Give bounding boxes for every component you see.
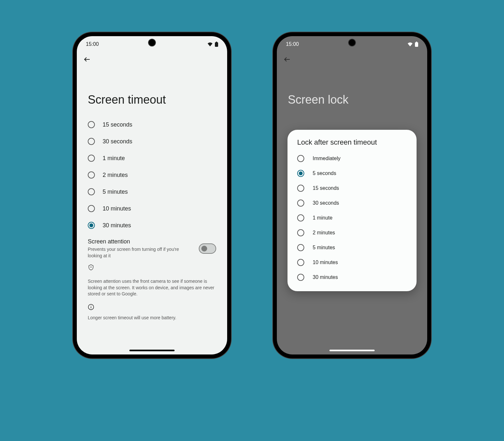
arrow-left-icon (283, 56, 291, 63)
lock-option[interactable]: 15 seconds (287, 181, 417, 196)
camera-cutout (148, 39, 156, 46)
lock-option[interactable]: 5 seconds (287, 166, 417, 181)
phone-right: 15:00 Screen lock Lock after screen time… (273, 32, 431, 358)
option-label: 30 seconds (103, 138, 132, 145)
info-icon-row (77, 302, 227, 313)
timeout-options: 15 seconds 30 seconds 1 minute 2 minutes… (77, 116, 227, 234)
gesture-bar (129, 350, 175, 351)
attention-toggle[interactable] (199, 243, 216, 254)
svg-rect-7 (416, 42, 417, 43)
page-title: Screen lock (277, 70, 427, 116)
footer-text: Longer screen timeout will use more batt… (77, 313, 227, 326)
option-label: 15 seconds (313, 185, 339, 191)
option-label: 15 seconds (103, 121, 132, 128)
back-row (77, 50, 227, 70)
option-label: 1 minute (313, 215, 332, 221)
radio-icon (297, 259, 304, 266)
back-button[interactable] (283, 56, 291, 63)
privacy-text: Screen attention uses the front camera t… (77, 274, 227, 302)
radio-icon (88, 155, 95, 162)
radio-icon (88, 138, 95, 145)
option-label: 30 seconds (313, 200, 339, 206)
radio-icon (88, 171, 95, 179)
option-label: Immediately (313, 156, 340, 161)
timeout-option[interactable]: 30 minutes (83, 217, 221, 234)
screen-timeout-screen: 15:00 Screen timeout 15 seconds 30 secon… (77, 36, 227, 354)
option-label: 30 minutes (313, 274, 338, 280)
radio-icon (88, 222, 95, 229)
phone-left: 15:00 Screen timeout 15 seconds 30 secon… (73, 32, 231, 358)
screen-attention-row[interactable]: Screen attention Prevents your screen fr… (77, 234, 227, 262)
gesture-bar (329, 350, 375, 351)
privacy-icon-row (77, 262, 227, 274)
shield-icon (88, 264, 94, 271)
timeout-option[interactable]: 10 minutes (83, 200, 221, 217)
timeout-option[interactable]: 30 seconds (83, 133, 221, 150)
lock-option[interactable]: 30 minutes (287, 270, 417, 285)
radio-icon (88, 205, 95, 212)
option-label: 30 minutes (103, 222, 131, 229)
page-title: Screen timeout (77, 70, 227, 116)
radio-icon (297, 155, 304, 162)
radio-icon (297, 229, 304, 236)
svg-point-4 (91, 306, 91, 306)
wifi-icon (207, 42, 213, 46)
radio-icon (88, 121, 95, 128)
radio-icon (297, 200, 304, 207)
back-button[interactable] (83, 56, 91, 63)
lock-option[interactable]: 5 minutes (287, 240, 417, 255)
timeout-option[interactable]: 2 minutes (83, 167, 221, 183)
svg-rect-1 (216, 42, 217, 43)
radio-icon (297, 170, 304, 177)
lock-option[interactable]: 2 minutes (287, 225, 417, 240)
option-label: 5 seconds (313, 170, 336, 176)
timeout-option[interactable]: 15 seconds (83, 116, 221, 133)
attention-subtitle: Prevents your screen from turning off if… (88, 246, 191, 259)
option-label: 5 minutes (103, 189, 128, 195)
screen-lock-screen: 15:00 Screen lock Lock after screen time… (277, 36, 427, 354)
radio-icon (297, 214, 304, 221)
option-label: 5 minutes (313, 245, 335, 251)
svg-rect-5 (91, 307, 91, 308)
camera-cutout (348, 39, 356, 46)
svg-rect-0 (215, 42, 218, 47)
lock-option[interactable]: 10 minutes (287, 255, 417, 270)
lock-option[interactable]: Immediately (287, 151, 417, 166)
option-label: 10 minutes (313, 260, 338, 265)
status-time: 15:00 (86, 41, 99, 47)
lock-option[interactable]: 30 seconds (287, 196, 417, 210)
lock-option[interactable]: 1 minute (287, 210, 417, 225)
svg-point-2 (90, 267, 91, 268)
timeout-option[interactable]: 1 minute (83, 150, 221, 167)
battery-icon (215, 42, 218, 47)
battery-icon (415, 42, 418, 47)
info-icon (88, 304, 94, 310)
timeout-option[interactable]: 5 minutes (83, 183, 221, 200)
status-time: 15:00 (286, 41, 299, 47)
arrow-left-icon (83, 56, 91, 63)
radio-icon (297, 274, 304, 281)
lock-timeout-dialog: Lock after screen timeout Immediately 5 … (287, 130, 417, 291)
svg-rect-6 (415, 42, 418, 47)
option-label: 10 minutes (103, 205, 131, 212)
wifi-icon (407, 42, 413, 46)
radio-icon (297, 185, 304, 192)
option-label: 2 minutes (103, 172, 128, 179)
radio-icon (88, 188, 95, 195)
radio-icon (297, 244, 304, 251)
status-icons (207, 42, 218, 47)
option-label: 1 minute (103, 155, 125, 162)
status-icons (407, 42, 418, 47)
option-label: 2 minutes (313, 230, 335, 236)
back-row (277, 50, 427, 70)
dialog-title: Lock after screen timeout (287, 138, 417, 151)
attention-title: Screen attention (88, 238, 191, 245)
